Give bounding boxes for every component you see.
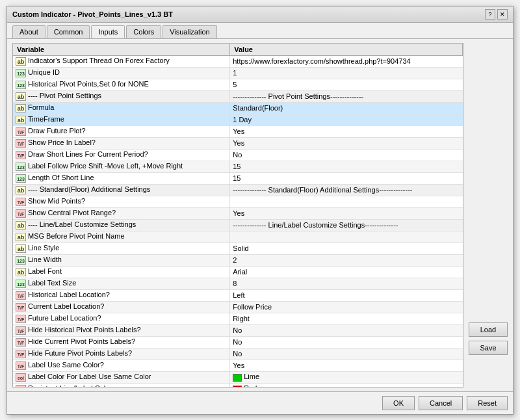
table-row[interactable]: abIndicator's Support Thread On Forex Fa… [13, 55, 463, 67]
reset-button[interactable]: Reset [467, 396, 508, 410]
variable-name: Formula [28, 103, 54, 111]
type-badge: T/F [16, 303, 26, 311]
window-title: Custom Indicator - Pivot_Points_Lines_v1… [12, 10, 173, 18]
save-button[interactable]: Save [469, 341, 508, 355]
tab-visualization[interactable]: Visualization [162, 25, 217, 38]
variable-name: Show Price In Label? [28, 138, 96, 146]
table-row[interactable]: T/FShow Mid Points? [13, 196, 463, 207]
value-cell: No [230, 348, 463, 360]
variable-name: Label Text Size [28, 279, 76, 287]
variable-name: Label Color For Label Use Same Color [28, 373, 151, 380]
help-button[interactable]: ? [485, 9, 495, 20]
type-badge: ab [16, 233, 26, 241]
value-cell: 1 Day [230, 114, 463, 125]
variable-name: Label Font [28, 267, 62, 275]
table-row[interactable]: abFormulaStandard(Floor) [13, 102, 463, 114]
tab-inputs[interactable]: Inputs [91, 25, 125, 38]
variable-name: ---- Standard(Floor) Additional Settings [28, 185, 150, 193]
type-badge: T/F [16, 209, 26, 218]
title-bar: Custom Indicator - Pivot_Points_Lines_v1… [7, 7, 513, 23]
variable-name: Indicator's Support Thread On Forex Fact… [28, 57, 170, 64]
table-row[interactable]: T/FShow Central Pivot Range?Yes [13, 207, 463, 219]
bottom-bar: OK Cancel Reset [7, 391, 513, 414]
value-cell: Right [230, 313, 463, 324]
value-cell: Solid [230, 243, 463, 254]
table-row[interactable]: colResistant Line/Label ColorRed [13, 383, 463, 387]
value-cell: Lime [230, 371, 463, 383]
table-row[interactable]: abLabel FontArial [13, 266, 463, 278]
value-cell: No [230, 336, 463, 348]
cancel-button[interactable]: Cancel [419, 396, 463, 410]
value-cell: -------------- Pivot Point Settings-----… [230, 90, 463, 102]
variable-cell: T/FShow Mid Points? [13, 196, 230, 207]
parameters-table-container[interactable]: Variable Value abIndicator's Support Thr… [12, 43, 463, 387]
variable-cell: ab---- Pivot Point Settings [13, 90, 230, 102]
table-row[interactable]: 123Label Text Size8 [13, 278, 463, 289]
table-row[interactable]: T/FShow Price In Label?Yes [13, 137, 463, 149]
table-row[interactable]: abLine StyleSolid [13, 243, 463, 254]
variable-cell: 123Label Follow Price Shift -Move Left, … [13, 161, 230, 172]
table-row[interactable]: 123Length Of Short Line15 [13, 172, 463, 184]
type-badge: T/F [16, 127, 26, 136]
table-row[interactable]: abMSG Before Pivot Point Name [13, 231, 463, 243]
table-row[interactable]: T/FFuture Label Location?Right [13, 313, 463, 324]
main-window: Custom Indicator - Pivot_Points_Lines_v1… [6, 6, 514, 415]
variable-name: Line Width [28, 256, 62, 263]
variable-name: Unique ID [28, 68, 60, 76]
table-row[interactable]: ab---- Pivot Point Settings-------------… [13, 90, 463, 102]
variable-cell: T/FHistorical Label Location? [13, 289, 230, 301]
type-badge: T/F [16, 291, 26, 300]
variable-cell: abLabel Font [13, 266, 230, 278]
table-row[interactable]: 123Unique ID1 [13, 67, 463, 79]
variable-name: MSG Before Pivot Point Name [28, 232, 125, 240]
type-badge: 123 [16, 69, 26, 77]
content-area: Variable Value abIndicator's Support Thr… [7, 39, 513, 391]
value-cell: Yes [230, 207, 463, 219]
color-swatch [233, 374, 242, 382]
value-cell: Yes [230, 137, 463, 149]
value-cell: 5 [230, 79, 463, 90]
ok-button[interactable]: OK [382, 396, 415, 410]
value-cell: Arial [230, 266, 463, 278]
variable-name: Draw Short Lines For Current Period? [28, 150, 148, 158]
variable-name: Future Label Location? [28, 314, 101, 322]
tab-about[interactable]: About [12, 25, 46, 38]
value-cell: Follow Price [230, 301, 463, 313]
table-row[interactable]: T/FHide Future Pivot Points Labels?No [13, 348, 463, 360]
type-badge: ab [16, 104, 26, 112]
variable-name: Label Follow Price Shift -Move Left, +Mo… [28, 162, 183, 170]
table-row[interactable]: 123Line Width2 [13, 254, 463, 266]
table-row[interactable]: abTimeFrame1 Day [13, 114, 463, 125]
variable-name: Resistant Line/Label Color [28, 384, 112, 387]
variable-name: Current Label Location? [28, 302, 104, 310]
table-row[interactable]: T/FHistorical Label Location?Left [13, 289, 463, 301]
variable-name: Hide Historical Pivot Points Labels? [28, 326, 141, 334]
variable-cell: colLabel Color For Label Use Same Color [13, 371, 230, 383]
value-cell: 15 [230, 161, 463, 172]
table-row[interactable]: T/FDraw Future Plot?Yes [13, 125, 463, 137]
table-row[interactable]: ab---- Line/Label Customize Settings----… [13, 219, 463, 231]
table-row[interactable]: colLabel Color For Label Use Same ColorL… [13, 371, 463, 383]
variable-name: Length Of Short Line [28, 174, 94, 181]
variable-cell: abIndicator's Support Thread On Forex Fa… [13, 55, 230, 67]
tab-common[interactable]: Common [47, 25, 90, 38]
tab-colors[interactable]: Colors [126, 25, 161, 38]
variable-cell: 123Unique ID [13, 67, 230, 79]
table-row[interactable]: 123Label Follow Price Shift -Move Left, … [13, 161, 463, 172]
table-row[interactable]: 123Historical Pivot Points,Set 0 for NON… [13, 79, 463, 90]
table-row[interactable]: ab---- Standard(Floor) Additional Settin… [13, 184, 463, 196]
close-button[interactable]: ✕ [497, 9, 508, 20]
value-cell: Yes [230, 360, 463, 371]
table-row[interactable]: T/FHide Current Pivot Points Labels?No [13, 336, 463, 348]
table-row[interactable]: T/FDraw Short Lines For Current Period?N… [13, 149, 463, 161]
load-button[interactable]: Load [469, 322, 508, 337]
table-row[interactable]: T/FCurrent Label Location?Follow Price [13, 301, 463, 313]
table-row[interactable]: T/FLabel Use Same Color?Yes [13, 360, 463, 371]
type-badge: T/F [16, 151, 26, 159]
variable-name: Draw Future Plot? [28, 127, 86, 135]
type-badge: T/F [16, 338, 26, 347]
variable-name: ---- Line/Label Customize Settings [28, 220, 136, 228]
table-row[interactable]: T/FHide Historical Pivot Points Labels?N… [13, 324, 463, 336]
variable-name: Show Central Pivot Range? [28, 209, 116, 217]
value-cell: 2 [230, 254, 463, 266]
